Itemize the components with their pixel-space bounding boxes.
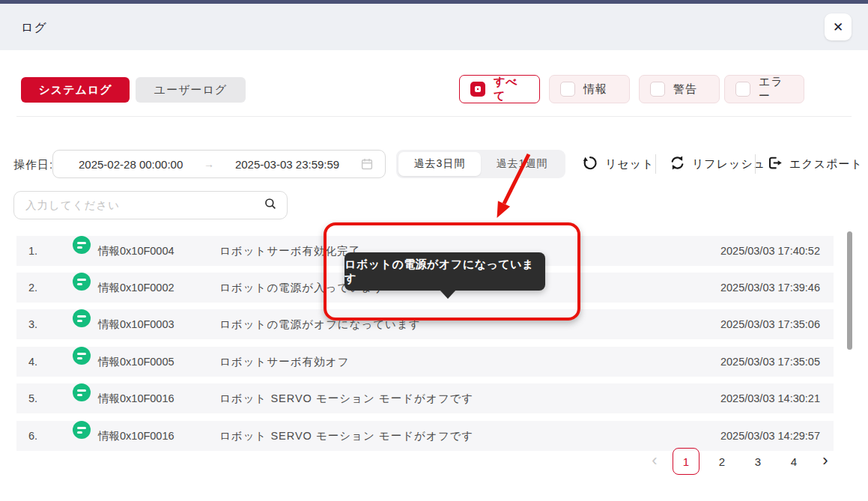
filter-all-label: すべて bbox=[494, 75, 529, 103]
checkbox-unchecked-icon bbox=[650, 82, 665, 97]
log-dialog: ログ ✕ システムログ ユーザーログ すべて 情報 警告 エラー 操作日: 20… bbox=[0, 0, 868, 501]
log-row[interactable]: 6. 情報0x10F0016 ロボット SERVO モーション モードがオフです… bbox=[16, 421, 834, 451]
tooltip-text: ロボットの電源がオフになっています bbox=[345, 258, 545, 286]
export-label: エクスポート bbox=[789, 157, 863, 171]
reset-label: リセット bbox=[605, 157, 654, 171]
log-row[interactable]: 3. 情報0x10F0003 ロボットの電源がオフになっています 2025/03… bbox=[16, 309, 834, 339]
page-button-2[interactable]: 2 bbox=[708, 448, 735, 475]
log-code: 情報0x10F0005 bbox=[98, 347, 174, 377]
row-index: 5. bbox=[28, 383, 37, 413]
search-icon[interactable] bbox=[264, 197, 277, 213]
log-timestamp: 2025/03/03 14:29:57 bbox=[720, 421, 820, 451]
row-index: 2. bbox=[28, 273, 37, 303]
page-button-1[interactable]: 1 bbox=[673, 448, 699, 475]
pagination: ‹ 1 2 3 4 › bbox=[646, 448, 834, 475]
info-level-icon bbox=[73, 347, 91, 365]
info-level-icon bbox=[73, 309, 91, 327]
log-message: ロボット SERVO モーション モードがオフです bbox=[219, 421, 473, 451]
log-timestamp: 2025/03/03 17:35:05 bbox=[720, 347, 820, 377]
log-message: ロボット SERVO モーション モードがオフです bbox=[219, 383, 473, 413]
tab-system-log[interactable]: システムログ bbox=[21, 77, 130, 103]
close-button[interactable]: ✕ bbox=[825, 13, 852, 40]
search-input[interactable] bbox=[24, 198, 264, 212]
filter-error-label: エラー bbox=[759, 75, 793, 103]
quick-range-segmented: 過去3日間 過去1週間 bbox=[396, 150, 565, 178]
row-index: 6. bbox=[28, 421, 37, 451]
log-timestamp: 2025/03/03 17:39:46 bbox=[720, 273, 820, 303]
refresh-icon bbox=[670, 155, 685, 173]
log-code: 情報0x10F0003 bbox=[98, 309, 174, 339]
info-level-icon bbox=[73, 383, 91, 401]
log-code: 情報0x10F0004 bbox=[98, 236, 174, 266]
scrollbar-thumb[interactable] bbox=[847, 231, 852, 350]
date-end-value: 2025-03-03 23:59:59 bbox=[235, 158, 339, 171]
close-icon: ✕ bbox=[833, 19, 843, 35]
log-code: 情報0x10F0016 bbox=[98, 421, 174, 451]
date-filter-label: 操作日: bbox=[13, 158, 53, 172]
dialog-header: ログ ✕ bbox=[0, 4, 868, 50]
info-level-icon bbox=[73, 273, 91, 291]
log-code: 情報0x10F0002 bbox=[98, 273, 174, 303]
log-row[interactable]: 5. 情報0x10F0016 ロボット SERVO モーション モードがオフです… bbox=[16, 383, 834, 413]
date-range-arrow-icon: → bbox=[199, 158, 219, 170]
row-index: 1. bbox=[28, 236, 37, 266]
section-divider bbox=[16, 116, 852, 117]
checkbox-unchecked-icon bbox=[735, 82, 750, 97]
search-box bbox=[13, 191, 288, 219]
row-index: 4. bbox=[28, 347, 37, 377]
log-message: ロボットサーボ有効化完了 bbox=[219, 236, 360, 266]
export-icon bbox=[767, 155, 783, 173]
checkbox-checked-icon bbox=[470, 82, 485, 97]
filter-error[interactable]: エラー bbox=[724, 75, 804, 103]
checkbox-unchecked-icon bbox=[560, 82, 575, 97]
toolbar-divider bbox=[655, 154, 656, 174]
tab-user-log[interactable]: ユーザーログ bbox=[136, 77, 246, 103]
filter-warning[interactable]: 警告 bbox=[639, 75, 720, 103]
export-button[interactable]: エクスポート bbox=[762, 152, 867, 176]
info-level-icon bbox=[73, 236, 91, 254]
log-timestamp: 2025/03/03 17:40:52 bbox=[720, 236, 820, 266]
page-prev-icon[interactable]: ‹ bbox=[646, 448, 664, 475]
page-button-4[interactable]: 4 bbox=[780, 448, 807, 475]
log-message: ロボットの電源がオフになっています bbox=[219, 309, 421, 339]
log-message: ロボットサーボ有効オフ bbox=[219, 347, 349, 377]
filter-info[interactable]: 情報 bbox=[549, 75, 630, 103]
info-level-icon bbox=[73, 421, 91, 439]
filter-info-label: 情報 bbox=[583, 82, 607, 97]
filter-warning-label: 警告 bbox=[673, 82, 697, 97]
date-start-value: 2025-02-28 00:00:00 bbox=[79, 158, 183, 171]
log-timestamp: 2025/03/03 17:35:06 bbox=[720, 309, 820, 339]
log-timestamp: 2025/03/03 14:30:21 bbox=[720, 383, 820, 413]
reset-button[interactable]: リセット bbox=[578, 152, 658, 176]
tooltip-caret bbox=[440, 290, 456, 299]
row-index: 3. bbox=[28, 309, 37, 339]
page-button-3[interactable]: 3 bbox=[744, 448, 771, 475]
log-code: 情報0x10F0016 bbox=[98, 383, 174, 413]
tooltip: ロボットの電源がオフになっています bbox=[345, 252, 545, 291]
date-range-picker[interactable]: 2025-02-28 00:00:00 → 2025-03-03 23:59:5… bbox=[52, 150, 386, 178]
filter-all[interactable]: すべて bbox=[459, 75, 540, 103]
log-row[interactable]: 4. 情報0x10F0005 ロボットサーボ有効オフ 2025/03/03 17… bbox=[16, 347, 834, 377]
reset-icon bbox=[583, 155, 598, 173]
range-past-1-week-button[interactable]: 過去1週間 bbox=[481, 152, 563, 176]
range-past-3-days-button[interactable]: 過去3日間 bbox=[398, 152, 481, 176]
page-title: ログ bbox=[21, 20, 47, 36]
toolbar-divider bbox=[755, 154, 756, 174]
page-next-icon[interactable]: › bbox=[816, 448, 834, 475]
calendar-icon bbox=[360, 157, 374, 171]
